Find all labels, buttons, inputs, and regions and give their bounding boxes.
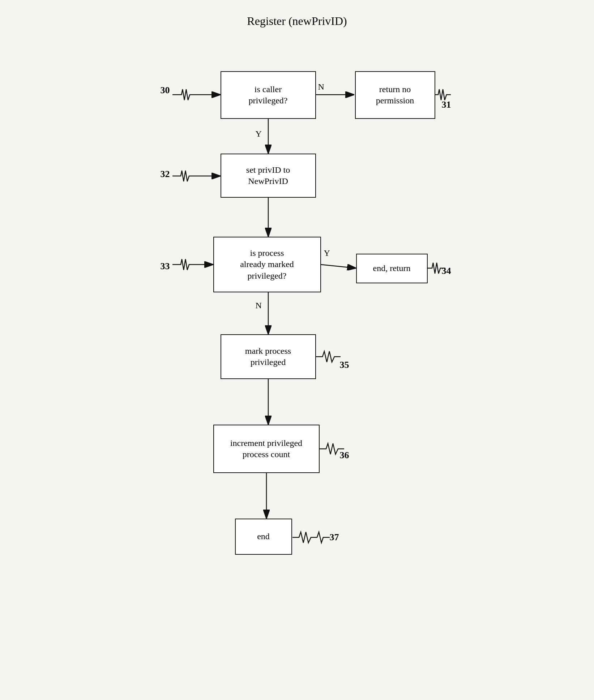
ref-35: 35 bbox=[340, 360, 349, 370]
ref-36: 36 bbox=[340, 450, 349, 461]
page-title: Register (newPrivID) bbox=[134, 14, 460, 28]
label-n2: N bbox=[256, 301, 262, 310]
box-end: end bbox=[235, 519, 292, 555]
label-n1: N bbox=[318, 82, 324, 92]
box-mark-process: mark process privileged bbox=[221, 334, 316, 379]
box-caller-check: is caller privileged? bbox=[221, 71, 316, 119]
ref-31: 31 bbox=[442, 99, 451, 110]
ref-33: 33 bbox=[161, 261, 170, 272]
ref-30: 30 bbox=[161, 85, 170, 96]
box-no-permission: return no permission bbox=[355, 71, 435, 119]
svg-line-5 bbox=[321, 265, 356, 268]
ref-37: 37 bbox=[330, 532, 339, 543]
ref-34: 34 bbox=[442, 266, 451, 276]
box-set-privid: set privID to NewPrivID bbox=[221, 154, 316, 198]
label-y2: Y bbox=[324, 248, 330, 258]
label-y1: Y bbox=[256, 129, 262, 139]
box-end-return: end, return bbox=[356, 254, 428, 283]
box-increment: increment privileged process count bbox=[213, 425, 320, 473]
flowchart: is caller privileged? return no permissi… bbox=[134, 42, 460, 693]
ref-32: 32 bbox=[161, 169, 170, 180]
box-already-marked: is process already marked privileged? bbox=[213, 237, 321, 292]
diagram-container: Register (newPrivID) bbox=[134, 14, 460, 693]
